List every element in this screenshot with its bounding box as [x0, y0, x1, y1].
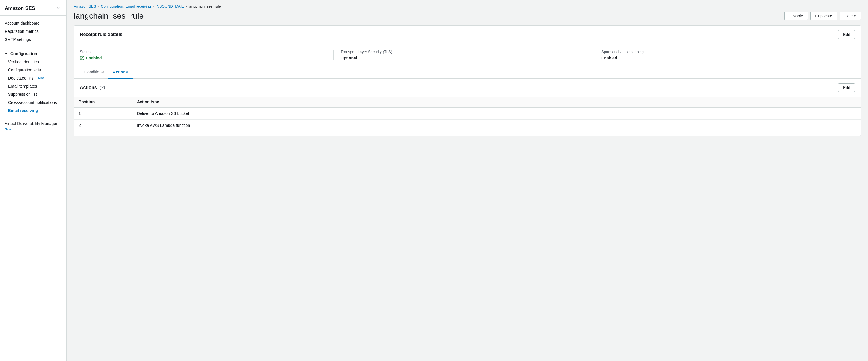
sidebar-section-configuration: Configuration: [0, 49, 66, 58]
actions-table-head: Position Action type: [74, 97, 861, 108]
column-header-action-type: Action type: [132, 97, 861, 108]
sidebar-section-label: Configuration: [10, 51, 37, 56]
tls-detail: Transport Layer Security (TLS) Optional: [333, 50, 594, 60]
sidebar-item-label: Dedicated IPs: [8, 76, 33, 80]
sidebar-item-suppression-list[interactable]: Suppression list: [0, 90, 66, 98]
action-position-2: 2: [74, 120, 132, 131]
receipt-rule-details-card: Receipt rule details Edit Status ✓ Enabl…: [74, 25, 861, 136]
check-icon: ✓: [80, 56, 85, 60]
breadcrumb-email-receiving[interactable]: Configuration: Email receiving: [101, 4, 151, 8]
sidebar-header: Amazon SES ×: [0, 0, 66, 16]
sidebar-close-button[interactable]: ×: [55, 5, 62, 12]
sidebar-vdm-label: Virtual Deliverability Manager: [0, 120, 66, 126]
breadcrumb-separator-2: ›: [153, 4, 154, 8]
sidebar-item-label: Verified identities: [8, 59, 39, 64]
sidebar-item-reputation-metrics[interactable]: Reputation metrics: [0, 27, 66, 35]
tls-label: Transport Layer Security (TLS): [341, 50, 587, 54]
page-title: langchain_ses_rule: [74, 11, 144, 21]
sidebar-navigation: Account dashboard Reputation metrics SMT…: [0, 16, 66, 137]
status-text: Enabled: [86, 56, 101, 60]
sidebar-item-email-receiving[interactable]: Email receiving: [0, 107, 66, 115]
action-type-1: Deliver to Amazon S3 bucket: [132, 108, 861, 120]
page-actions: Disable Duplicate Delete: [784, 11, 861, 20]
sidebar-item-label: Cross-account notifications: [8, 100, 57, 105]
column-header-position: Position: [74, 97, 132, 108]
sidebar-item-email-templates[interactable]: Email templates: [0, 82, 66, 90]
duplicate-button[interactable]: Duplicate: [810, 11, 837, 20]
actions-table: Position Action type 1 Deliver to Amazon…: [74, 97, 861, 131]
sidebar-item-account-dashboard[interactable]: Account dashboard: [0, 19, 66, 27]
actions-table-wrapper: Position Action type 1 Deliver to Amazon…: [74, 97, 861, 136]
sidebar-vdm-new-badge: New: [0, 126, 66, 133]
delete-button[interactable]: Delete: [840, 11, 861, 20]
sidebar-item-dedicated-ips[interactable]: Dedicated IPs New: [0, 74, 66, 82]
receipt-rule-details-body: Status ✓ Enabled Transport Layer Securit…: [74, 44, 861, 66]
table-row: 2 Invoke AWS Lambda function: [74, 120, 861, 131]
breadcrumb-amazon-ses[interactable]: Amazon SES: [74, 4, 96, 8]
tab-actions[interactable]: Actions: [108, 66, 132, 79]
action-type-2: Invoke AWS Lambda function: [132, 120, 861, 131]
sidebar-title: Amazon SES: [5, 5, 35, 11]
spam-label: Spam and virus scanning: [601, 50, 848, 54]
sidebar-divider-2: [0, 117, 66, 117]
sidebar-item-configuration-sets[interactable]: Configuration sets: [0, 66, 66, 74]
spam-detail: Spam and virus scanning Enabled: [594, 50, 855, 60]
breadcrumb-inbound-mail[interactable]: INBOUND_MAIL: [155, 4, 184, 8]
rule-details-grid: Status ✓ Enabled Transport Layer Securit…: [80, 50, 855, 60]
tls-value: Optional: [341, 56, 587, 60]
sidebar-item-verified-identities[interactable]: Verified identities: [0, 58, 66, 66]
receipt-rule-details-title: Receipt rule details: [80, 32, 122, 37]
sidebar-item-label: Reputation metrics: [5, 29, 39, 34]
sidebar-item-label: Suppression list: [8, 92, 37, 97]
tabs-container: Conditions Actions: [74, 66, 861, 79]
page-content: Receipt rule details Edit Status ✓ Enabl…: [67, 25, 868, 361]
sidebar-item-label: Account dashboard: [5, 21, 40, 26]
status-label: Status: [80, 50, 327, 54]
spam-value: Enabled: [601, 56, 848, 60]
breadcrumb: Amazon SES › Configuration: Email receiv…: [67, 0, 868, 8]
receipt-rule-details-header: Receipt rule details Edit: [74, 26, 861, 44]
sidebar-item-label: Configuration sets: [8, 68, 41, 72]
sidebar-item-label: SMTP settings: [5, 37, 31, 42]
actions-table-header-row: Position Action type: [74, 97, 861, 108]
new-badge-dedicated-ips: New: [38, 76, 44, 80]
actions-count: (2): [99, 85, 105, 90]
sidebar-divider-1: [0, 46, 66, 46]
status-detail: Status ✓ Enabled: [80, 50, 333, 60]
sidebar: Amazon SES × Account dashboard Reputatio…: [0, 0, 67, 361]
chevron-down-icon: [5, 53, 7, 55]
action-position-1: 1: [74, 108, 132, 120]
page-header: langchain_ses_rule Disable Duplicate Del…: [67, 8, 868, 25]
actions-section-header: Actions (2) Edit: [74, 79, 861, 97]
sidebar-item-smtp-settings[interactable]: SMTP settings: [0, 35, 66, 43]
breadcrumb-separator-1: ›: [98, 4, 99, 8]
table-row: 1 Deliver to Amazon S3 bucket: [74, 108, 861, 120]
breadcrumb-current: langchain_ses_rule: [189, 4, 221, 8]
receipt-rule-details-edit-button[interactable]: Edit: [838, 30, 855, 39]
sidebar-item-cross-account-notifications[interactable]: Cross-account notifications: [0, 98, 66, 107]
actions-table-body: 1 Deliver to Amazon S3 bucket 2 Invoke A…: [74, 108, 861, 131]
breadcrumb-separator-3: ›: [186, 4, 187, 8]
actions-edit-button[interactable]: Edit: [838, 83, 855, 92]
disable-button[interactable]: Disable: [784, 11, 808, 20]
sidebar-item-label: Email receiving: [8, 108, 38, 113]
tab-conditions[interactable]: Conditions: [80, 66, 108, 79]
status-value: ✓ Enabled: [80, 56, 327, 60]
main-content: Amazon SES › Configuration: Email receiv…: [67, 0, 868, 361]
actions-section-title: Actions (2): [80, 85, 105, 90]
sidebar-item-label: Email templates: [8, 84, 37, 89]
